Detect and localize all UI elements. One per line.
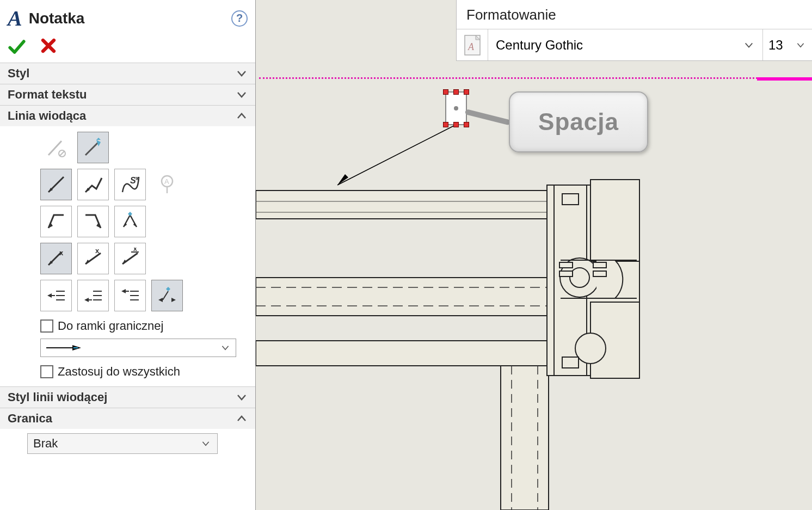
note-property-panel: A Notatka ? Styl Format tekstu Linia wio…	[0, 0, 256, 510]
section-styl[interactable]: Styl	[0, 63, 255, 84]
leader-star-align-icon[interactable]	[151, 280, 183, 311]
svg-rect-52	[501, 366, 549, 510]
leader-star-multi-icon[interactable]	[114, 206, 146, 237]
svg-text:x: x	[95, 248, 100, 255]
svg-marker-35	[121, 289, 126, 293]
chevron-up-icon	[236, 413, 248, 425]
leader-x-under-icon[interactable]: x	[114, 243, 146, 274]
section-label: Styl	[8, 66, 29, 81]
chevron-down-icon	[743, 39, 755, 51]
leader-align-right-icon[interactable]	[114, 280, 146, 311]
text-style-doc-icon[interactable]: A	[457, 29, 488, 60]
resize-handle[interactable]	[443, 89, 448, 95]
svg-text:A: A	[467, 41, 475, 52]
drawing-canvas[interactable]	[256, 0, 812, 510]
svg-point-61	[575, 333, 606, 364]
zastosuj-checkbox[interactable]	[40, 365, 53, 378]
arrow-style-dropdown[interactable]	[40, 339, 236, 357]
leader-bent-right-icon[interactable]	[77, 206, 109, 237]
formatting-toolbar: Formatowanie A Century Gothic 13	[456, 0, 812, 61]
chevron-down-icon	[795, 39, 807, 51]
svg-text:x: x	[59, 249, 64, 257]
granica-dropdown[interactable]: Brak	[27, 433, 218, 454]
resize-handle[interactable]	[464, 89, 469, 95]
leader-bent-left-icon[interactable]	[40, 206, 72, 237]
linia-wiodaca-body: Sx A x x x	[0, 126, 255, 386]
section-label: Linia wiodąca	[8, 109, 86, 123]
svg-marker-25	[47, 293, 52, 298]
leader-spline-icon[interactable]: Sx	[114, 169, 146, 200]
leader-x-straight-icon[interactable]: x	[77, 243, 109, 274]
anchor-dot-icon	[454, 106, 458, 110]
balloon-pin-icon[interactable]: A	[151, 169, 183, 200]
leader-auto-icon[interactable]	[77, 132, 109, 163]
do-ramki-checkbox[interactable]	[40, 319, 53, 333]
leader-none-icon[interactable]	[40, 132, 72, 163]
svg-marker-40	[158, 298, 163, 302]
resize-handle[interactable]	[464, 122, 469, 127]
key-label: Spacja	[538, 108, 619, 136]
chevron-down-icon	[200, 438, 212, 450]
svg-rect-68	[562, 194, 579, 205]
svg-rect-69	[562, 357, 579, 368]
chevron-down-icon	[219, 342, 231, 354]
cancel-button[interactable]	[40, 38, 57, 56]
section-styl-linii[interactable]: Styl linii wiodącej	[0, 386, 255, 408]
font-family-value: Century Gothic	[496, 38, 583, 53]
note-annotation-box[interactable]	[445, 91, 467, 125]
chevron-down-icon	[236, 67, 248, 79]
section-label: Styl linii wiodącej	[8, 390, 107, 404]
resize-handle[interactable]	[453, 122, 459, 127]
svg-line-2	[60, 151, 64, 156]
svg-rect-57	[590, 180, 639, 261]
section-granica[interactable]: Granica	[0, 408, 255, 429]
svg-text:x: x	[133, 248, 137, 253]
section-linia-wiodaca[interactable]: Linia wiodąca	[0, 105, 255, 126]
section-label: Format tekstu	[8, 88, 87, 102]
section-format-tekstu[interactable]: Format tekstu	[0, 84, 255, 105]
chevron-up-icon	[236, 110, 248, 122]
confirm-row	[0, 34, 255, 63]
svg-rect-64	[559, 262, 573, 268]
spacja-key-callout: Spacja	[509, 91, 648, 152]
leader-x-top-icon[interactable]: x	[40, 243, 72, 274]
leader-multi-icon[interactable]	[77, 169, 109, 200]
resize-handle[interactable]	[443, 122, 448, 127]
do-ramki-row: Do ramki granicznej	[40, 319, 248, 333]
svg-line-0	[48, 141, 61, 155]
chevron-down-icon	[236, 391, 248, 403]
font-family-dropdown[interactable]: Century Gothic	[488, 29, 763, 60]
svg-text:x: x	[136, 175, 139, 181]
panel-title: Notatka	[29, 10, 85, 27]
zastosuj-label: Zastosuj do wszystkich	[58, 365, 180, 379]
svg-line-3	[85, 142, 99, 155]
leader-align-center-icon[interactable]	[77, 280, 109, 311]
svg-marker-30	[84, 298, 89, 302]
zastosuj-row: Zastosuj do wszystkich	[40, 365, 248, 379]
svg-rect-65	[559, 271, 573, 276]
section-label: Granica	[8, 411, 52, 426]
panel-header: A Notatka ?	[0, 0, 255, 34]
svg-rect-67	[593, 271, 606, 276]
leader-straight-icon[interactable]	[40, 169, 72, 200]
svg-rect-66	[593, 262, 606, 268]
svg-marker-41	[171, 298, 176, 302]
chevron-down-icon	[236, 89, 248, 101]
ok-button[interactable]	[8, 38, 26, 56]
font-size-dropdown[interactable]: 13	[763, 29, 812, 60]
arrow-preview-icon	[45, 343, 83, 353]
svg-text:A: A	[164, 177, 169, 186]
font-size-value: 13	[768, 38, 783, 53]
formatting-title: Formatowanie	[457, 0, 812, 29]
note-a-icon: A	[8, 5, 22, 31]
do-ramki-label: Do ramki granicznej	[58, 319, 163, 333]
leader-align-left-icon[interactable]	[40, 280, 72, 311]
help-button[interactable]: ?	[231, 10, 248, 27]
granica-value: Brak	[33, 437, 58, 451]
resize-handle[interactable]	[453, 89, 459, 95]
